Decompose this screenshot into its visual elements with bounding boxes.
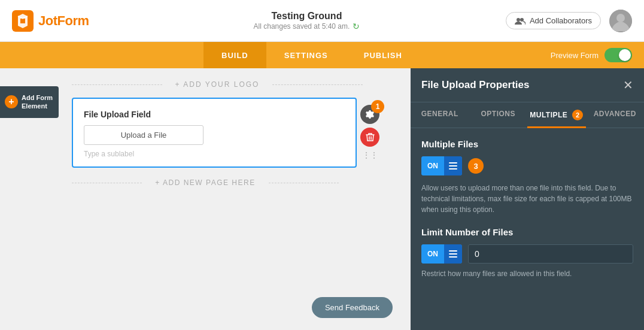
multiple-files-title: Multiple Files xyxy=(421,139,633,149)
panel-close-button[interactable]: ✕ xyxy=(623,78,633,92)
logo-area: JotForm xyxy=(12,10,108,32)
dashed-line-np-right xyxy=(269,183,339,183)
nav-tabs: BUILD SETTINGS PUBLISH xyxy=(203,42,420,68)
limit-on-label: ON xyxy=(421,244,444,264)
nav-tab-publish[interactable]: PUBLISH xyxy=(346,42,420,68)
right-panel: File Upload Properties ✕ GENERAL OPTIONS… xyxy=(411,68,644,330)
drag-handle[interactable]: ⋮⋮ xyxy=(362,150,378,160)
preview-form-toggle[interactable] xyxy=(604,48,632,62)
builder-area: + Add Form Element + ADD YOUR LOGO File … xyxy=(0,68,411,330)
save-status: All changes saved at 5:40 am. ↻ xyxy=(254,22,360,31)
limit-files-toggle[interactable]: ON xyxy=(421,244,462,264)
add-new-page[interactable]: + ADD NEW PAGE HERE xyxy=(72,178,339,187)
bar-lines xyxy=(449,162,457,169)
limit-files-description: Restrict how many files are allowed in t… xyxy=(421,270,633,278)
upload-button-preview[interactable]: Upload a File xyxy=(84,125,203,145)
logo-text: JotForm xyxy=(38,13,89,29)
add-collaborators-button[interactable]: Add Collaborators xyxy=(506,12,601,29)
panel-tab-options[interactable]: OPTIONS xyxy=(469,102,528,128)
svg-point-4 xyxy=(616,14,625,22)
add-new-page-text: + ADD NEW PAGE HERE xyxy=(148,178,262,187)
panel-title: File Upload Properties xyxy=(421,79,529,91)
save-status-text: All changes saved at 5:40 am. xyxy=(254,22,350,31)
preview-form-label: Preview Form xyxy=(551,51,599,60)
logo-placeholder-text: + ADD YOUR LOGO xyxy=(168,80,267,89)
limit-files-input[interactable] xyxy=(468,244,633,264)
delete-button[interactable] xyxy=(360,128,379,147)
panel-tab-multiple[interactable]: MULTIPLE 2 xyxy=(527,102,586,128)
multiple-files-toggle[interactable]: ON xyxy=(421,156,462,175)
svg-point-1 xyxy=(517,18,520,22)
limit-bar-line-2 xyxy=(449,253,457,255)
toggle-bars-icon xyxy=(444,156,462,175)
bar-line-2 xyxy=(449,165,457,166)
dashed-line-right xyxy=(272,84,363,85)
logo-placeholder[interactable]: + ADD YOUR LOGO xyxy=(48,80,363,89)
add-collaborators-label: Add Collaborators xyxy=(530,16,592,25)
on-label: ON xyxy=(421,156,444,175)
nav-tab-settings[interactable]: SETTINGS xyxy=(266,42,346,68)
limit-files-section: Limit Number of Files ON xyxy=(421,227,633,278)
collaborators-icon xyxy=(515,17,525,25)
dashed-line-np-left xyxy=(72,183,142,183)
bar-line-1 xyxy=(449,162,457,164)
panel-tabs: GENERAL OPTIONS MULTIPLE 2 ADVANCED xyxy=(411,102,644,128)
panel-tab-general[interactable]: GENERAL xyxy=(411,102,469,128)
limit-bar-line-1 xyxy=(449,250,457,252)
svg-point-2 xyxy=(520,18,524,22)
send-feedback-button[interactable]: Send Feedback xyxy=(312,297,393,318)
avatar[interactable] xyxy=(609,10,632,32)
main-content: + Add Form Element + ADD YOUR LOGO File … xyxy=(0,68,644,330)
nav-tab-build[interactable]: BUILD xyxy=(203,42,266,68)
limit-toggle-bars xyxy=(444,244,462,264)
header-center: Testing Ground All changes saved at 5:40… xyxy=(254,11,360,31)
limit-bar-lines xyxy=(449,250,457,258)
multiple-tab-badge: 2 xyxy=(572,110,583,120)
jotform-logo-icon xyxy=(12,10,34,32)
header-right: Add Collaborators xyxy=(506,10,632,32)
panel-header: File Upload Properties ✕ xyxy=(411,68,644,102)
nav-bar: BUILD SETTINGS PUBLISH Preview Form xyxy=(0,42,644,68)
form-field-card: File Upload Field Upload a File Type a s… xyxy=(72,98,357,168)
dashed-line-left xyxy=(72,84,162,85)
user-avatar-icon xyxy=(609,10,632,32)
panel-tab-advanced[interactable]: ADVANCED xyxy=(586,102,645,128)
card-controls: 1 ⋮⋮ xyxy=(360,105,379,160)
header: JotForm Testing Ground All changes saved… xyxy=(0,0,644,42)
limit-files-title: Limit Number of Files xyxy=(421,227,633,237)
limit-files-toggle-row: ON xyxy=(421,244,633,264)
trash-icon xyxy=(366,132,375,142)
panel-content: Multiple Files ON 3 Allow users to uploa… xyxy=(411,128,644,330)
form-title: Testing Ground xyxy=(272,11,342,22)
plus-icon: + xyxy=(5,95,18,108)
gear-button-wrapper: 1 xyxy=(360,105,379,124)
sublabel: Type a sublabel xyxy=(84,150,345,158)
toggle-knob xyxy=(619,49,631,61)
bar-line-3 xyxy=(449,168,457,169)
add-form-element-button[interactable]: + Add Form Element xyxy=(0,86,59,118)
add-form-label: Add Form Element xyxy=(22,93,53,111)
badge-number-1: 1 xyxy=(371,100,384,113)
limit-bar-line-3 xyxy=(449,256,457,258)
multiple-files-toggle-row: ON 3 xyxy=(421,156,633,175)
field-label: File Upload Field xyxy=(84,110,345,119)
multiple-files-description: Allow users to upload more than one file… xyxy=(421,183,633,215)
preview-form-area: Preview Form xyxy=(551,48,644,62)
multiple-files-badge: 3 xyxy=(468,158,484,174)
refresh-icon: ↻ xyxy=(353,22,360,31)
